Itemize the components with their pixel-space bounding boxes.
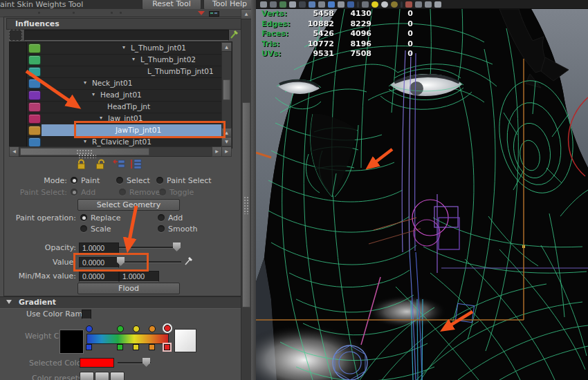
ramp-key-green[interactable]: [117, 344, 123, 350]
collapse-arrow-icon[interactable]: [198, 11, 205, 15]
ramp-marker-blue[interactable]: [86, 325, 93, 332]
toolbar-icon-yellow-light[interactable]: [371, 1, 378, 8]
expand-arrow-icon[interactable]: ▾: [100, 115, 102, 121]
color-preset-2[interactable]: [95, 372, 109, 380]
toolbar-icon[interactable]: [270, 1, 277, 8]
selected-color-swatch[interactable]: [80, 358, 114, 368]
mode-paint-select-radio[interactable]: [156, 177, 163, 184]
toolbar-icon-gray-light[interactable]: [381, 1, 388, 8]
lock-weights-icon[interactable]: [76, 159, 86, 170]
toolbar-icon[interactable]: [318, 1, 325, 8]
min-value-field[interactable]: [79, 271, 119, 282]
paint-op-add-radio[interactable]: [158, 214, 165, 221]
color-preset-1[interactable]: [80, 372, 94, 380]
list-scrollbar[interactable]: [221, 51, 232, 129]
flood-button[interactable]: Flood: [77, 283, 180, 294]
influence-row[interactable]: HeadTip_jnt: [10, 101, 232, 113]
weight-color-right-swatch[interactable]: [174, 329, 196, 352]
toolbar-icon[interactable]: [279, 1, 286, 8]
influence-row[interactable]: ▾ L_Thumb_jnt01: [10, 42, 232, 55]
use-color-ramp-checkbox[interactable]: [82, 310, 91, 319]
mode-select-radio[interactable]: [116, 177, 123, 184]
list-scroll-right-button[interactable]: ▶: [221, 146, 232, 157]
ramp-marker-red-selected[interactable]: [164, 325, 171, 332]
paint-op-scale-radio[interactable]: [80, 225, 87, 232]
filter-eyedropper-icon[interactable]: [230, 28, 239, 39]
color-preset-3[interactable]: [110, 372, 125, 380]
reset-tool-button[interactable]: Reset Tool: [142, 0, 201, 10]
toolbar-icon[interactable]: [405, 1, 412, 8]
opacity-slider[interactable]: [119, 247, 180, 249]
max-value-field[interactable]: [119, 271, 159, 282]
influence-row[interactable]: ▾ L_Thumb_jnt02: [10, 54, 232, 66]
ramp-key-blue[interactable]: [86, 344, 92, 350]
mini-list-icon[interactable]: [209, 11, 219, 17]
toolbar-icon[interactable]: [347, 1, 354, 8]
ramp-key-red[interactable]: [164, 344, 170, 350]
paint-select-remove-radio[interactable]: [119, 189, 126, 196]
influence-row[interactable]: ▾ Head_jnt01: [10, 89, 232, 102]
paint-select-toggle-radio[interactable]: [159, 189, 166, 196]
toolbar-icon[interactable]: [260, 1, 267, 8]
ramp-key-orange[interactable]: [149, 344, 155, 350]
toolbar-icon[interactable]: [434, 1, 441, 8]
mode-paint-radio[interactable]: [71, 177, 77, 184]
paint-op-replace-radio[interactable]: [80, 214, 87, 221]
influence-row[interactable]: ▾ Jaw_jnt01: [10, 113, 232, 125]
expand-arrow-icon[interactable]: ▾: [132, 56, 135, 62]
value-slider[interactable]: [119, 261, 181, 263]
panel-scrollbar[interactable]: [241, 19, 252, 380]
sort-alphabetically-icon[interactable]: [113, 159, 125, 169]
unlock-weights-icon[interactable]: [95, 159, 107, 170]
toolbar-icon[interactable]: [328, 1, 335, 8]
toolbar-icon[interactable]: [338, 1, 344, 8]
influence-row-selected[interactable]: JawTip_jnt01: [10, 124, 232, 137]
ramp-marker-green[interactable]: [117, 325, 124, 332]
toolbar-icon[interactable]: [299, 1, 306, 8]
influence-color-swatch: [28, 55, 41, 65]
value-field[interactable]: [79, 257, 119, 268]
weight-color-left-swatch[interactable]: [59, 330, 84, 354]
expand-arrow-icon[interactable]: ▾: [92, 91, 95, 97]
influence-color-swatch: [28, 102, 41, 112]
toolbar-icon[interactable]: [415, 1, 422, 8]
toolbar-icon[interactable]: [425, 1, 432, 8]
sort-by-hierarchy-icon[interactable]: [130, 159, 143, 169]
gradient-section-header[interactable]: Gradient: [0, 296, 241, 309]
list-hscrollbar[interactable]: [19, 146, 213, 157]
toolbar-icon-olive-light[interactable]: [391, 1, 398, 8]
toolbar-icon[interactable]: [362, 1, 369, 8]
panel-scroll-up-button[interactable]: ▲: [241, 9, 252, 19]
influence-color-swatch: [28, 126, 41, 135]
value-eyedropper-icon[interactable]: [184, 254, 194, 266]
viewport-3d[interactable]: Verts: 5458 4130 0 Edges: 10882 8229 0 F…: [256, 9, 588, 380]
ramp-key-yellow[interactable]: [133, 344, 139, 350]
panel-title: aint Skin Weights Tool: [0, 0, 83, 9]
toolbar-icon[interactable]: [289, 1, 296, 8]
select-geometry-button[interactable]: Select Geometry: [77, 199, 180, 211]
list-scroll-up2-button[interactable]: ▲: [221, 128, 232, 137]
selected-color-slider-handle[interactable]: [143, 358, 150, 367]
influence-search-input[interactable]: [24, 30, 229, 41]
paint-op-smooth-radio[interactable]: [158, 225, 165, 232]
list-scroll-right2-button[interactable]: ▶: [212, 146, 222, 157]
toolbar-icon[interactable]: [309, 1, 315, 8]
list-scroll-up-button[interactable]: ▲: [221, 42, 232, 52]
opacity-field[interactable]: [79, 243, 119, 254]
list-scroll-down-button[interactable]: ▼: [221, 137, 232, 146]
paint-select-add-radio[interactable]: [71, 189, 77, 196]
list-scroll-left-button[interactable]: ◀: [9, 146, 19, 157]
influences-header[interactable]: Influences: [6, 18, 241, 30]
expand-arrow-icon[interactable]: ▾: [122, 44, 125, 50]
expand-arrow-icon[interactable]: ▾: [84, 138, 86, 144]
influence-list[interactable]: ▾ L_Thumb_jnt01 ▾ L_Thumb_jnt02 L_ThumbT…: [9, 41, 232, 149]
ramp-marker-yellow[interactable]: [133, 325, 140, 332]
selection-filter-icon[interactable]: [9, 30, 22, 41]
influence-row[interactable]: L_ThumbTip_jnt01: [10, 66, 232, 78]
panel-separator[interactable]: [251, 0, 256, 380]
expand-arrow-icon[interactable]: ▾: [84, 79, 86, 86]
tool-help-button[interactable]: Tool Help: [203, 0, 256, 10]
influence-row[interactable]: ▾ Neck_jnt01: [10, 77, 232, 90]
weight-color-ramp[interactable]: [86, 334, 169, 344]
ramp-marker-orange[interactable]: [149, 325, 156, 332]
